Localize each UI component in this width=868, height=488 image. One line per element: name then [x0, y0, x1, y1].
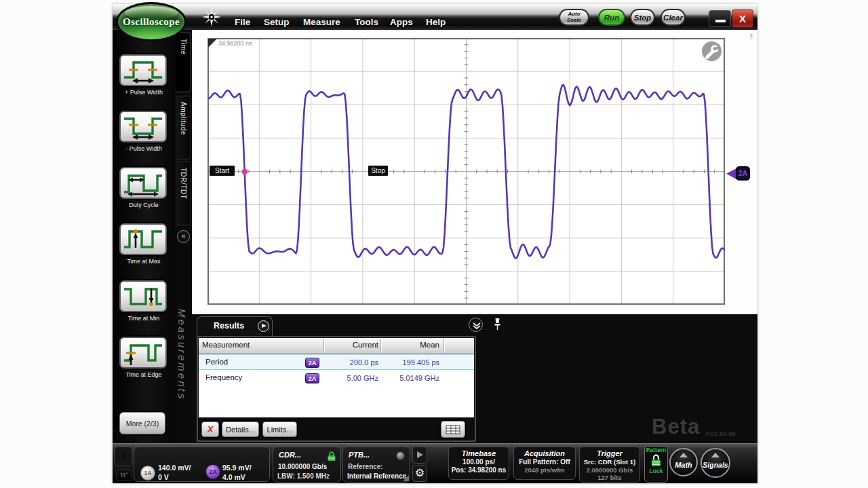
run-button[interactable]: Run — [598, 9, 625, 26]
menu-setup[interactable]: Setup — [264, 17, 290, 27]
limits-button[interactable]: Limits... — [262, 421, 297, 437]
results-table-header: Measurement Current Mean — [199, 338, 474, 354]
tab-amplitude[interactable]: Amplitude — [176, 96, 191, 159]
results-delete-button[interactable]: X — [201, 421, 219, 437]
menu-help[interactable]: Help — [426, 17, 446, 27]
measurement-tabstrip: Time Amplitude TDR/TDT « Measurements — [175, 30, 192, 443]
col-current: Current — [353, 341, 378, 349]
pattern-label: Pattern — [645, 447, 667, 453]
duty-cycle-icon — [123, 170, 163, 197]
channel-2a-offset: 4.0 mV — [222, 473, 245, 481]
details-button[interactable]: Details... — [222, 421, 259, 437]
minus-pulse-width-button[interactable] — [119, 111, 167, 143]
time-at-min-icon — [123, 283, 163, 310]
menu-tools[interactable]: Tools — [355, 17, 378, 27]
menu-apps[interactable]: Apps — [390, 17, 413, 27]
sidebar-collapse-button[interactable]: « — [177, 230, 190, 243]
results-region: Results Measurement Current Mean Period — [192, 314, 757, 443]
results-tab[interactable]: Results — [197, 316, 273, 336]
more-button[interactable]: More (2/3) — [119, 412, 165, 434]
results-view-button[interactable] — [441, 421, 465, 438]
cdr-title: CDR... — [279, 451, 301, 459]
ptb-reference-value: Internal Reference — [347, 472, 406, 480]
results-pin-icon[interactable] — [494, 318, 501, 333]
toolbar-pin-icon[interactable] — [748, 33, 755, 41]
clear-button[interactable]: Clear — [660, 9, 686, 26]
start-marker-label[interactable]: Start — [210, 166, 235, 176]
time-at-max-button[interactable] — [119, 223, 167, 255]
results-panel: Measurement Current Mean Period 2A 200.0… — [197, 336, 476, 442]
ptb-panel[interactable]: PTB... Reference: Internal Reference — [342, 447, 410, 483]
close-button[interactable]: X — [732, 10, 753, 28]
results-table: Measurement Current Mean Period 2A 200.0… — [199, 338, 474, 417]
logo-label: Oscilloscope — [123, 16, 180, 28]
menu-measure[interactable]: Measure — [303, 17, 340, 27]
plus-pulse-width-icon — [123, 57, 163, 84]
trigger-panel[interactable]: Trigger Src: CDR (Slot 1) 2.0000000 Gb/s… — [579, 447, 640, 483]
table-view-icon — [446, 425, 460, 434]
wrench-icon — [702, 41, 722, 61]
time-at-edge-label: Time at Edge — [113, 371, 175, 378]
beta-version: P.01.50.99 — [705, 430, 736, 437]
column-separator — [380, 339, 381, 352]
signals-button[interactable]: Signals — [701, 448, 730, 478]
autoscale-button[interactable]: AutoScale — [559, 9, 589, 26]
col-mean: Mean — [420, 341, 439, 349]
results-play-button[interactable] — [258, 320, 269, 332]
result-row-frequency[interactable]: Frequency 2A 5.00 GHz 5.0149 GHz — [199, 371, 474, 386]
plus-pulse-width-label: + Pulse Width — [113, 89, 175, 96]
results-collapse-button[interactable] — [469, 318, 483, 332]
wrench-settings-button[interactable] — [702, 41, 722, 61]
trigger-title: Trigger — [580, 449, 639, 457]
results-tab-label: Results — [214, 321, 244, 331]
duty-cycle-button[interactable] — [119, 167, 167, 199]
delta-corner-icon — [208, 39, 217, 48]
pattern-lock-panel[interactable]: Pattern Lock — [644, 446, 668, 483]
cdr-lock-icon — [327, 451, 336, 462]
signals-label: Signals — [702, 461, 729, 469]
stop-marker-label[interactable]: Stop — [368, 166, 388, 176]
time-at-edge-button[interactable] — [119, 337, 167, 369]
acquisition-points: 2048 pts/wfm — [514, 466, 575, 474]
channel-1a-offset: 0 V — [158, 473, 169, 481]
status-bar: ‹ 11° 1A 140.0 mV/ 0 V 2A 95.9 mV/ 4.0 m… — [113, 443, 757, 483]
time-at-min-label: Time at Min — [113, 315, 175, 322]
minimize-button[interactable] — [709, 10, 731, 27]
minus-pulse-width-label: - Pulse Width — [113, 145, 175, 152]
source-badge: 2A — [305, 358, 319, 368]
start-marker-dot — [242, 169, 248, 174]
channel-marker-badge[interactable]: 2A — [736, 166, 750, 181]
pattern-lock-icon — [650, 454, 662, 467]
tab-time[interactable]: Time — [176, 33, 191, 92]
cdr-panel[interactable]: CDR... 10.000000 Gb/s LBW: 1.500 MHz — [273, 447, 341, 483]
waveform-plot[interactable]: 34.98200 ns Start Stop — [208, 38, 725, 305]
timebase-title: Timebase — [449, 449, 509, 457]
measurement-name: Frequency — [205, 373, 242, 381]
delta-time-label: 34.98200 ns — [218, 40, 252, 47]
trigger-bits: 127 bits — [580, 474, 639, 481]
time-at-max-icon — [123, 226, 163, 253]
tab-tdr-tdt[interactable]: TDR/TDT — [176, 162, 191, 225]
sidebar-title: Measurements — [176, 309, 188, 400]
timebase-panel[interactable]: Timebase 100.00 ps/ Pos: 34.98200 ns — [448, 447, 509, 480]
waveform — [208, 38, 725, 305]
trigger-source: Src: CDR (Slot 1) — [580, 458, 639, 466]
channels-panel[interactable]: 1A 140.0 mV/ 0 V 2A 95.9 mV/ 4.0 mV — [134, 447, 270, 482]
result-row-period[interactable]: Period 2A 200.0 ps 199.405 ps — [199, 354, 474, 370]
trigger-rate: 2.0000000 Gb/s — [580, 466, 639, 474]
channel-marker-arrow — [726, 168, 736, 179]
statusbar-collapse-button[interactable]: ‹ — [115, 447, 132, 466]
stop-button[interactable]: Stop — [630, 9, 655, 26]
acquisition-panel[interactable]: Acquisition Full Pattern: Off 2048 pts/w… — [513, 447, 576, 480]
statusbar-gear-button[interactable]: ⚙ — [412, 465, 427, 482]
menu-file[interactable]: File — [235, 17, 250, 27]
statusbar-play-button[interactable] — [412, 447, 427, 464]
application-window: Oscilloscope File Setup Measure Tools Ap… — [113, 4, 757, 483]
statusbar-corner-label: 11° — [116, 469, 132, 481]
math-button[interactable]: Math — [669, 448, 698, 476]
math-up-icon — [679, 453, 688, 457]
display-area: 34.98200 ns Start Stop 2A — [192, 30, 757, 314]
plus-pulse-width-button[interactable] — [119, 54, 167, 86]
resize-grip-icon — [403, 475, 409, 481]
time-at-min-button[interactable] — [119, 280, 167, 312]
